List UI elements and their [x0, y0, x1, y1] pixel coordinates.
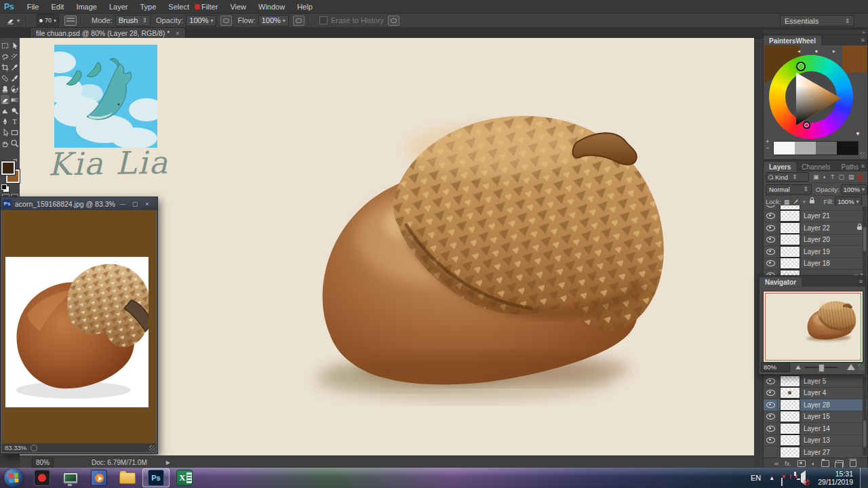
filter-kind-select[interactable]: Kind ⇕	[766, 172, 809, 182]
language-indicator[interactable]: EN	[751, 474, 761, 482]
tray-expand-icon[interactable]: ▲	[769, 475, 774, 481]
value-steppers[interactable]: + −	[766, 139, 769, 151]
layer-style-icon[interactable]: fx.	[785, 460, 791, 467]
layer-thumbnail[interactable]	[781, 388, 800, 398]
menu-image[interactable]: Image	[70, 3, 103, 11]
default-colors-icon[interactable]	[1, 184, 7, 190]
pen-pressure-opacity-icon[interactable]	[220, 16, 232, 26]
layer-row[interactable]: Layer 18	[764, 258, 867, 270]
resize-grip[interactable]	[858, 364, 864, 370]
visibility-toggle[interactable]	[764, 222, 778, 234]
airbrush-pressure-icon[interactable]	[388, 16, 399, 26]
layer-row-hidden[interactable]: Layer 27	[764, 447, 867, 458]
mode-select[interactable]: Brush ⇕	[115, 15, 151, 26]
blend-mode-select[interactable]: Normal ⇕	[766, 184, 812, 195]
tab-channels[interactable]: Channels	[796, 162, 835, 171]
filter-shape-icon[interactable]: ▢	[838, 174, 844, 180]
tab-layers[interactable]: Layers	[764, 162, 796, 171]
panel-menu-icon[interactable]: ≡	[861, 163, 865, 169]
value-swatch-white[interactable]	[774, 142, 795, 155]
tool-eraser[interactable]	[1, 95, 9, 104]
visibility-toggle[interactable]	[764, 388, 778, 399]
tool-hand[interactable]	[1, 138, 9, 148]
filter-toggle-icon[interactable]	[858, 174, 863, 180]
taskbar-excel[interactable]: X	[171, 468, 198, 487]
navigator-thumbnail[interactable]	[763, 291, 863, 363]
value-swatch-black[interactable]	[837, 142, 858, 155]
navigator-zoom-field[interactable]: 80%	[761, 362, 790, 372]
visibility-toggle[interactable]	[764, 447, 778, 458]
visibility-toggle[interactable]	[764, 211, 778, 222]
visibility-toggle[interactable]	[764, 246, 778, 258]
layer-thumbnail[interactable]	[781, 247, 800, 257]
menu-layer[interactable]: Layer	[103, 3, 134, 11]
layer-row[interactable]: Layer 21	[764, 211, 867, 223]
visibility-toggle[interactable]	[764, 399, 778, 411]
layer-opacity-select[interactable]: 100% ▾	[841, 184, 867, 195]
current-tool-eraser-icon[interactable]: ▾	[4, 16, 22, 26]
taskbar-media-player[interactable]	[85, 468, 113, 487]
layer-row-partial[interactable]	[764, 205, 867, 211]
flow-select[interactable]: 100% ▾	[258, 15, 289, 26]
tool-crop[interactable]	[1, 62, 9, 72]
tool-gradient[interactable]	[10, 95, 19, 104]
tool-rectangular-marquee[interactable]	[1, 41, 9, 50]
value-swatch-darkgray[interactable]	[816, 142, 837, 155]
tool-path-selection[interactable]	[1, 127, 9, 137]
layer-row[interactable]: Layer 20	[764, 235, 867, 247]
add-layer-mask-icon[interactable]	[797, 460, 806, 467]
zoom-out-icon[interactable]	[795, 365, 801, 369]
hue-dot-icon[interactable]: ●	[815, 48, 818, 54]
reference-zoom[interactable]: 83.33%	[5, 444, 26, 451]
status-menu-arrow-icon[interactable]: ▶	[166, 460, 170, 466]
filter-type-icon[interactable]: T	[831, 174, 835, 180]
tool-pen[interactable]	[1, 117, 9, 126]
layer-row[interactable]: Layer 4	[764, 388, 867, 400]
lock-all-icon[interactable]	[810, 200, 814, 203]
resize-grip[interactable]	[149, 445, 155, 451]
brush-preset-picker[interactable]: 70 ▾	[37, 14, 59, 26]
tool-move[interactable]	[10, 41, 19, 50]
tab-close-icon[interactable]: ×	[175, 29, 179, 37]
tab-navigator[interactable]: Navigator	[760, 277, 802, 287]
visibility-toggle[interactable]	[764, 435, 778, 447]
taskbar-my-computer[interactable]	[57, 468, 84, 487]
value-minus[interactable]: −	[766, 145, 769, 151]
visibility-toggle[interactable]	[764, 205, 778, 210]
show-desktop-button[interactable]	[860, 468, 868, 488]
delete-layer-icon[interactable]	[850, 460, 856, 467]
new-group-icon[interactable]	[821, 460, 829, 467]
visibility-toggle[interactable]	[764, 423, 778, 434]
saturation-triangle[interactable]	[769, 55, 853, 139]
foreground-color-swatch[interactable]	[1, 161, 15, 175]
reference-window[interactable]: Ps acorn_159168824.jpg @ 83.3% (RGB… — ▢…	[0, 197, 158, 454]
panel-menu-icon[interactable]: ≡	[859, 278, 863, 285]
tab-painterswheel[interactable]: PaintersWheel	[764, 36, 821, 45]
scrollbar[interactable]	[863, 207, 867, 274]
visibility-toggle[interactable]	[764, 411, 778, 423]
start-button[interactable]	[4, 468, 23, 487]
zoom-field[interactable]: 80%	[32, 458, 54, 468]
scrollbar[interactable]	[863, 377, 867, 455]
layer-thumbnail[interactable]	[781, 376, 800, 386]
layer-row[interactable]: Layer 22	[764, 222, 867, 235]
tool-type[interactable]: T	[10, 117, 19, 126]
menu-type[interactable]: Type	[134, 3, 163, 11]
tool-zoom[interactable]	[10, 138, 19, 148]
volume-icon[interactable]	[801, 474, 806, 482]
menu-select[interactable]: Select	[162, 3, 195, 11]
layer-row[interactable]: Layer 14	[764, 423, 867, 435]
taskbar-file-explorer[interactable]	[114, 468, 141, 487]
tool-brush[interactable]	[10, 73, 19, 83]
maximize-button[interactable]: ▢	[129, 201, 141, 207]
layer-thumbnail[interactable]	[781, 447, 800, 458]
opacity-select[interactable]: 100% ▾	[186, 15, 216, 26]
layer-row[interactable]: Layer 19	[764, 246, 867, 258]
document-tab[interactable]: file chuan.psd @ 80% (Layer 28, RGB/8) *…	[30, 27, 186, 39]
layer-thumbnail[interactable]	[781, 205, 800, 209]
visibility-toggle[interactable]	[764, 235, 778, 246]
layer-row[interactable]: Layer 13	[764, 435, 867, 447]
toggle-brush-panel-button[interactable]	[64, 16, 77, 26]
layer-thumbnail[interactable]	[781, 400, 800, 410]
layer-row[interactable]: Layer 15	[764, 411, 867, 424]
